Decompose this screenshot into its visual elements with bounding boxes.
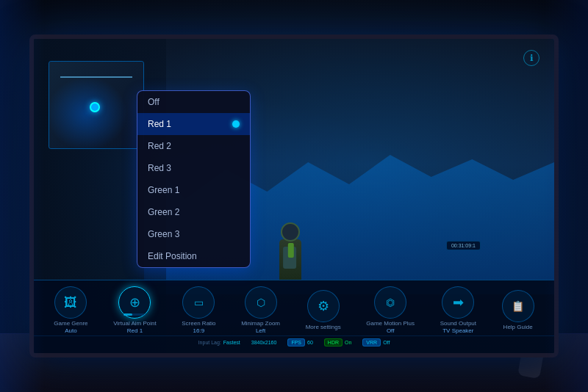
aim-point-label: Virtual Aim Point Red 1: [113, 320, 157, 334]
dropdown-item-green3-label: Green 3: [148, 229, 179, 239]
minimap-player-marker: [90, 102, 100, 112]
hdr-badge: HDR: [324, 338, 343, 346]
help-guide-icon: 📋: [512, 300, 524, 312]
game-genre-icon: 🖼: [64, 295, 77, 311]
char-accent: [287, 243, 293, 258]
dropdown-item-red1-label: Red 1: [148, 119, 171, 129]
hdr-value: On: [345, 340, 351, 345]
screen-ratio-icon: ▭: [194, 297, 204, 308]
dropdown-item-off-label: Off: [148, 97, 159, 107]
vrr-stat: VRR Off: [362, 338, 390, 346]
dropdown-item-green2-label: Green 2: [148, 207, 179, 217]
motion-plus-icon-wrapper[interactable]: ⏣: [374, 286, 406, 319]
dropdown-item-red3-label: Red 3: [148, 163, 171, 173]
motion-plus-icon: ⏣: [386, 297, 395, 308]
more-settings-icon-wrapper[interactable]: ⚙: [307, 290, 340, 322]
hud-bar: 🖼 Game Genre Auto ⊕: [34, 280, 554, 353]
hud-item-motion-plus[interactable]: ⏣ Game Motion Plus Off: [366, 286, 415, 334]
hud-item-screen-ratio[interactable]: ▭ Screen Ratio 16:9: [182, 286, 215, 334]
fps-value: 60: [307, 340, 313, 345]
hdr-stat: HDR On: [324, 338, 352, 346]
minimap-zoom-icon: ⬡: [257, 297, 265, 308]
input-lag-value: Fastest: [223, 340, 240, 345]
sound-output-icon-wrapper[interactable]: ➡: [442, 286, 474, 319]
hud-item-sound-output[interactable]: ➡ Sound Output TV Speaker: [440, 286, 476, 334]
aim-point-dropdown[interactable]: Off Red 1 Red 2 Red 3 Green 1 Green 2: [137, 90, 251, 268]
game-genre-label: Game Genre Auto: [54, 320, 87, 334]
help-guide-icon-wrapper[interactable]: 📋: [502, 290, 534, 322]
game-character: [268, 214, 312, 280]
hud-icons-row: 🖼 Game Genre Auto ⊕: [34, 280, 554, 335]
minimap-zoom-label: Minimap Zoom Left: [241, 320, 280, 334]
minimap-path: [60, 76, 132, 78]
aim-point-icon: ⊕: [129, 294, 140, 311]
motion-plus-label: Game Motion Plus Off: [366, 320, 415, 334]
aim-point-icon-wrapper[interactable]: ⊕: [118, 286, 151, 319]
tv-screen: ℹ 00:31:09:1 Off Red 1 Red 2 Red 3: [34, 39, 554, 353]
info-icon[interactable]: ℹ: [523, 50, 539, 66]
more-settings-label: More settings: [306, 324, 341, 331]
resolution-value: 3840x2160: [251, 340, 277, 345]
dropdown-item-red2-label: Red 2: [148, 141, 171, 151]
hud-item-game-genre[interactable]: 🖼 Game Genre Auto: [54, 286, 87, 334]
fps-badge: FPS: [287, 338, 305, 346]
help-guide-label: Help Guide: [503, 324, 533, 331]
minimap: [49, 61, 144, 149]
game-timer: 00:31:09:1: [446, 241, 481, 250]
resolution-stat: 3840x2160: [251, 340, 277, 345]
input-lag-stat: Input Lag: Fastest: [198, 340, 240, 345]
dropdown-item-green1[interactable]: Green 1: [137, 179, 250, 201]
dropdown-item-red2[interactable]: Red 2: [137, 135, 250, 157]
vrr-badge: VRR: [362, 338, 381, 346]
hud-item-minimap-zoom[interactable]: ⬡ Minimap Zoom Left: [241, 286, 280, 334]
fps-stat: FPS 60: [287, 338, 312, 346]
selected-check-dot: [232, 120, 240, 128]
screen-ratio-label: Screen Ratio 16:9: [182, 320, 215, 334]
dropdown-item-edit-position[interactable]: Edit Position: [137, 245, 250, 267]
dropdown-item-off[interactable]: Off: [137, 91, 250, 113]
char-helmet: [281, 222, 300, 242]
input-lag-label: Input Lag:: [198, 340, 221, 345]
dropdown-item-green1-label: Green 1: [148, 185, 179, 195]
hud-stats-row: Input Lag: Fastest 3840x2160 FPS 60 HDR …: [34, 335, 554, 349]
dropdown-item-green2[interactable]: Green 2: [137, 201, 250, 223]
minimap-zoom-icon-wrapper[interactable]: ⬡: [245, 286, 277, 319]
settings-gear-icon: ⚙: [318, 298, 329, 314]
dropdown-item-edit-label: Edit Position: [148, 251, 197, 261]
tv-screen-container: ℹ 00:31:09:1 Off Red 1 Red 2 Red 3: [29, 35, 559, 357]
vrr-value: Off: [383, 340, 390, 345]
sound-output-label: Sound Output TV Speaker: [440, 320, 476, 334]
dropdown-item-red3[interactable]: Red 3: [137, 157, 250, 179]
sound-output-icon: ➡: [453, 294, 464, 311]
dropdown-item-green3[interactable]: Green 3: [137, 223, 250, 245]
dropdown-item-red1[interactable]: Red 1: [137, 113, 250, 135]
hud-item-aim-point[interactable]: ⊕ Virtual Aim Point Red 1: [113, 286, 157, 334]
hud-item-more-settings[interactable]: ⚙ More settings: [306, 290, 341, 331]
game-genre-icon-wrapper[interactable]: 🖼: [54, 286, 87, 319]
screen-ratio-icon-wrapper[interactable]: ▭: [182, 286, 215, 319]
hud-item-help-guide[interactable]: 📋 Help Guide: [502, 290, 534, 331]
